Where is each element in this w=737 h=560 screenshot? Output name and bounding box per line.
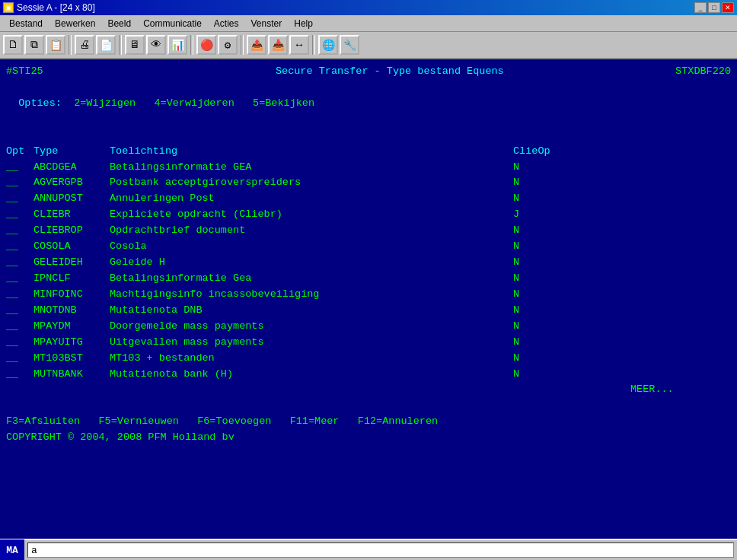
col-opt: Opt	[6, 144, 34, 160]
title-bar: ▣ Sessie A - [24 x 80] _ □ ✕	[0, 0, 737, 15]
table-row: __ GELEIDEHGeleide HN	[6, 255, 731, 271]
terminal-screen: #STI25 Secure Transfer - Type bestand Eq…	[0, 59, 737, 539]
toolbar-btn-5[interactable]: 📄	[96, 35, 116, 55]
table-row: __ CLIEBRExpliciete opdracht (Cliebr)J	[6, 207, 731, 223]
table-row: __ AGVERGPBPostbank acceptgiroverspreide…	[6, 175, 731, 191]
menu-bar: Bestand Bewerken Beeld Communicatie Acti…	[0, 15, 737, 32]
meer-text: MEER...	[630, 382, 674, 398]
function-keys-line: F3=Afsluiten F5=Vernieuwen F6=Toevoegen …	[6, 414, 731, 430]
blank-1	[6, 80, 731, 96]
menu-help[interactable]: Help	[288, 17, 319, 30]
screen-id: #STI25	[6, 64, 43, 80]
toolbar-btn-7[interactable]: 👁	[146, 35, 166, 55]
blank-4	[6, 398, 731, 414]
toolbar-btn-4[interactable]: 🖨	[75, 35, 94, 55]
toolbar-btn-6[interactable]: 🖥	[125, 35, 145, 55]
column-headers: Opt Type Toelichting ClieOp	[6, 144, 731, 160]
blank-3	[6, 128, 731, 144]
window-title: Sessie A - [24 x 80]	[17, 2, 95, 13]
options-label	[6, 96, 18, 112]
table-row: __ COSOLACosolaN	[6, 239, 731, 255]
table-row: __ MINFOINCMachtigingsinfo incassobeveil…	[6, 287, 731, 303]
window-controls[interactable]: _ □ ✕	[694, 2, 734, 13]
blank-2	[6, 112, 731, 128]
options-label-text: Opties:	[18, 96, 62, 112]
toolbar-sep-3	[190, 35, 193, 55]
copyright-text: COPYRIGHT © 2004, 2008 PFM Holland bv	[6, 430, 234, 446]
toolbar-btn-8[interactable]: 📊	[168, 35, 187, 55]
table-row: __ ABCDGEABetalingsinformatie GEAN	[6, 160, 731, 176]
toolbar-btn-12[interactable]: 📥	[268, 35, 288, 55]
app-icon: ▣	[3, 2, 14, 13]
toolbar-btn-15[interactable]: 🔧	[340, 35, 359, 55]
toolbar-btn-9[interactable]: 🔴	[196, 35, 216, 55]
col-type: Type	[34, 144, 110, 160]
menu-bewerken[interactable]: Bewerken	[49, 17, 101, 30]
toolbar-btn-1[interactable]: 🗋	[3, 35, 23, 55]
toolbar-sep-1	[69, 35, 72, 55]
menu-acties[interactable]: Acties	[208, 17, 245, 30]
toolbar-btn-3[interactable]: 📋	[46, 35, 65, 55]
table-row: __ MUTNBANKMutatienota bank (H)N	[6, 367, 731, 383]
menu-communicatie[interactable]: Communicatie	[137, 17, 208, 30]
copyright-line: COPYRIGHT © 2004, 2008 PFM Holland bv	[6, 430, 731, 446]
table-row: __ CLIEBROPOpdrachtbrief documentN	[6, 223, 731, 239]
table-row: __ MPAYDMDoorgemelde mass paymentsN	[6, 319, 731, 335]
maximize-button[interactable]: □	[708, 2, 720, 13]
col-clieop: ClieOp	[513, 144, 550, 160]
toolbar-sep-2	[119, 35, 122, 55]
toolbar-btn-10[interactable]: ⚙	[218, 35, 238, 55]
close-button[interactable]: ✕	[722, 2, 734, 13]
options-line: Opties: 2=Wijzigen 4=Verwijderen 5=Bekij…	[6, 96, 731, 112]
function-keys: F3=Afsluiten F5=Vernieuwen F6=Toevoegen …	[6, 414, 438, 430]
table-row: __ MNOTDNBMutatienota DNBN	[6, 303, 731, 319]
options-text: 2=Wijzigen 4=Verwijderen 5=Bekijken	[62, 96, 314, 112]
data-rows: __ ABCDGEABetalingsinformatie GEAN__ AGV…	[6, 160, 731, 383]
table-row: __ MPAYUITGUitgevallen mass paymentsN	[6, 335, 731, 351]
toolbar-btn-14[interactable]: 🌐	[318, 35, 338, 55]
program-id: STXDBF220	[675, 64, 731, 80]
table-row: __ ANNUPOSTAnnuleringen PostN	[6, 191, 731, 207]
col-desc: Toelichting	[110, 144, 513, 160]
command-input[interactable]	[27, 542, 734, 558]
menu-beeld[interactable]: Beeld	[101, 17, 137, 30]
toolbar-btn-11[interactable]: 📤	[247, 35, 266, 55]
minimize-button[interactable]: _	[694, 2, 707, 13]
toolbar-sep-5	[312, 35, 315, 55]
toolbar-btn-2[interactable]: ⧉	[24, 35, 44, 55]
mode-indicator: MA	[0, 539, 24, 560]
table-row: __ MT103BSTMT103 + bestandenN	[6, 351, 731, 367]
status-bar: MA	[0, 539, 737, 560]
menu-bestand[interactable]: Bestand	[3, 17, 49, 30]
menu-venster[interactable]: Venster	[245, 17, 289, 30]
screen-title: Secure Transfer - Type bestand Equens	[43, 64, 675, 80]
screen-header: #STI25 Secure Transfer - Type bestand Eq…	[6, 64, 731, 80]
table-row: __ IPNCLFBetalingsinformatie GeaN	[6, 271, 731, 287]
toolbar-btn-13[interactable]: ↔	[289, 35, 309, 55]
toolbar: 🗋 ⧉ 📋 🖨 📄 🖥 👁 📊 🔴 ⚙ 📤 📥 ↔ 🌐 🔧	[0, 32, 737, 59]
toolbar-sep-4	[241, 35, 244, 55]
meer-line: MEER...	[6, 382, 731, 398]
